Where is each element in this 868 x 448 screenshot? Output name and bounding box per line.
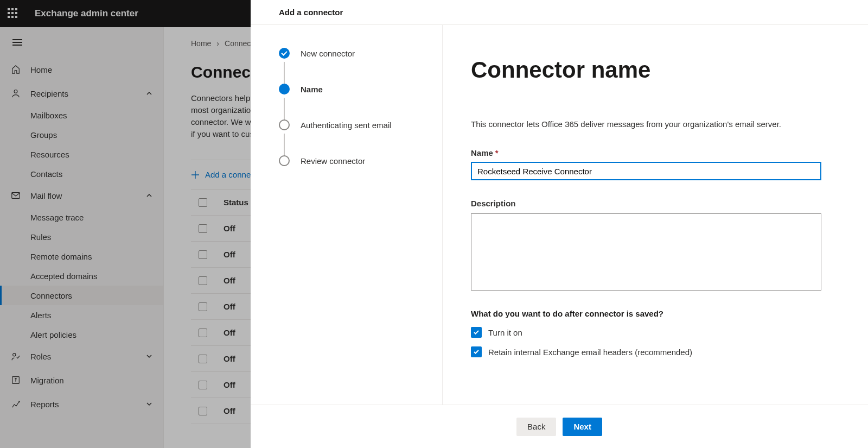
- panel-footer: Back Next: [251, 405, 868, 448]
- checkbox-checked-icon[interactable]: [471, 327, 482, 338]
- description-label: Description: [471, 199, 821, 208]
- form-lead: This connector lets Office 365 deliver m…: [471, 119, 821, 129]
- retain-headers-label: Retain internal Exchange email headers (…: [488, 348, 692, 357]
- step-label: Name: [301, 85, 323, 94]
- turn-on-checkbox-row[interactable]: Turn it on: [471, 327, 821, 338]
- step-label: Review connector: [301, 156, 365, 166]
- overlay-scrim[interactable]: [0, 0, 251, 448]
- retain-headers-checkbox-row[interactable]: Retain internal Exchange email headers (…: [471, 346, 821, 357]
- wizard-form: Connector name This connector lets Offic…: [443, 25, 868, 405]
- step-label: Authenticating sent email: [301, 121, 392, 130]
- step-new-connector[interactable]: New connector: [279, 48, 442, 59]
- turn-on-label: Turn it on: [488, 328, 522, 337]
- step-review: Review connector: [279, 155, 442, 166]
- step-upcoming-icon: [279, 119, 290, 130]
- back-button[interactable]: Back: [516, 418, 556, 436]
- checkbox-checked-icon[interactable]: [471, 346, 482, 357]
- name-input[interactable]: [471, 162, 821, 180]
- required-indicator: *: [495, 148, 499, 157]
- step-label: New connector: [301, 49, 355, 58]
- panel-header: Add a connector: [251, 0, 868, 25]
- step-upcoming-icon: [279, 155, 290, 166]
- step-authenticating: Authenticating sent email: [279, 119, 442, 130]
- description-input[interactable]: [471, 213, 821, 291]
- step-current-icon: [279, 84, 290, 94]
- name-label: Name*: [471, 148, 821, 157]
- next-button[interactable]: Next: [563, 418, 602, 436]
- step-complete-icon: [279, 48, 290, 59]
- after-save-question: What do you want to do after connector i…: [471, 309, 821, 318]
- add-connector-panel: Add a connector New connector Name Authe…: [251, 0, 868, 448]
- name-label-text: Name: [471, 148, 493, 157]
- wizard-steps: New connector Name Authenticating sent e…: [251, 25, 443, 405]
- form-title: Connector name: [471, 58, 821, 83]
- step-name[interactable]: Name: [279, 84, 442, 94]
